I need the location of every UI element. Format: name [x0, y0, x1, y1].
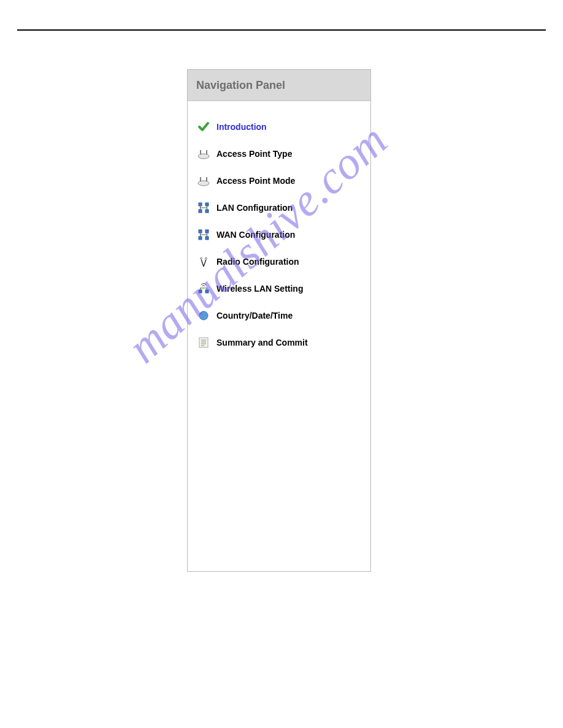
- nav-label: Introduction: [216, 122, 267, 132]
- nav-label: WAN Configuration: [216, 230, 295, 240]
- access-point-icon: [197, 174, 210, 188]
- nav-label: Radio Configuration: [216, 257, 299, 267]
- svg-line-21: [204, 259, 206, 267]
- nav-label: Access Point Type: [216, 149, 292, 159]
- wireless-lan-icon: [197, 282, 210, 295]
- svg-rect-7: [205, 203, 209, 206]
- nav-item-introduction[interactable]: Introduction: [197, 113, 363, 140]
- wan-icon: [197, 228, 210, 241]
- access-point-icon: [197, 147, 210, 161]
- svg-point-27: [199, 311, 208, 320]
- svg-rect-16: [205, 237, 209, 240]
- svg-rect-13: [199, 230, 202, 233]
- document-icon: [197, 336, 210, 349]
- svg-rect-8: [199, 210, 202, 213]
- nav-label: LAN Configuration: [216, 203, 293, 213]
- svg-rect-15: [199, 237, 202, 240]
- panel-title: Navigation Panel: [196, 79, 285, 92]
- navigation-panel: Navigation Panel Introduction Access Poi…: [187, 69, 371, 572]
- svg-rect-9: [205, 210, 209, 213]
- nav-item-summary-commit[interactable]: Summary and Commit: [197, 329, 363, 356]
- nav-item-radio-configuration[interactable]: Radio Configuration: [197, 248, 363, 275]
- nav-label: Country/Date/Time: [216, 311, 293, 320]
- nav-item-wan-configuration[interactable]: WAN Configuration: [197, 221, 363, 248]
- nav-item-country-date-time[interactable]: Country/Date/Time: [197, 302, 363, 329]
- top-divider: [17, 29, 546, 31]
- panel-body: Introduction Access Point Type Acces: [188, 101, 370, 362]
- nav-label: Wireless LAN Setting: [216, 284, 303, 294]
- svg-rect-14: [205, 230, 209, 233]
- check-icon: [197, 120, 210, 134]
- lan-icon: [197, 201, 210, 214]
- svg-rect-23: [205, 290, 209, 293]
- svg-rect-6: [199, 203, 202, 206]
- nav-label: Summary and Commit: [216, 338, 308, 347]
- nav-label: Access Point Mode: [216, 176, 295, 186]
- globe-icon: [197, 309, 210, 322]
- panel-header: Navigation Panel: [188, 70, 370, 101]
- nav-item-access-point-type[interactable]: Access Point Type: [197, 140, 363, 167]
- svg-point-0: [198, 154, 209, 159]
- svg-rect-22: [199, 290, 202, 293]
- antenna-icon: [197, 255, 210, 268]
- svg-line-20: [201, 259, 204, 267]
- nav-item-lan-configuration[interactable]: LAN Configuration: [197, 194, 363, 221]
- svg-rect-28: [199, 338, 208, 347]
- svg-point-3: [198, 181, 209, 186]
- nav-item-access-point-mode[interactable]: Access Point Mode: [197, 167, 363, 194]
- nav-item-wireless-lan-setting[interactable]: Wireless LAN Setting: [197, 275, 363, 302]
